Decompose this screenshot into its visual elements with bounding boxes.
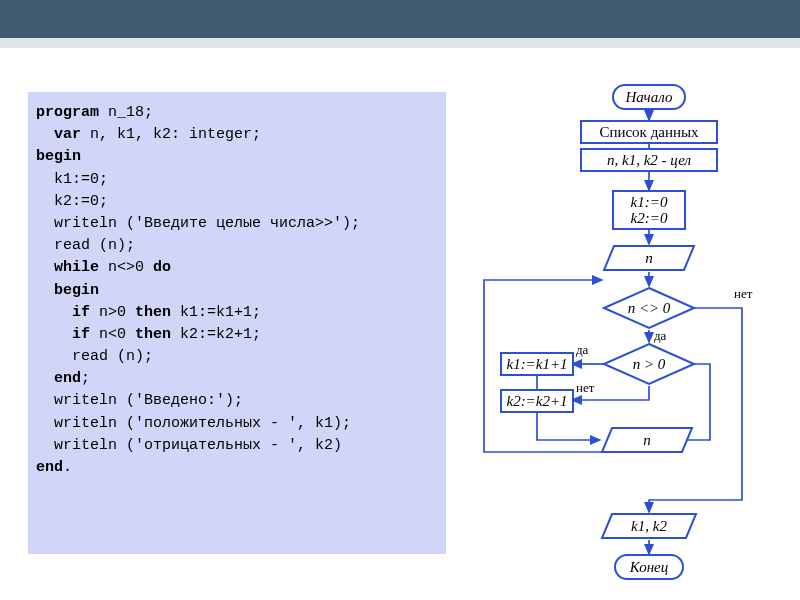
kw-then: then [135, 304, 171, 321]
kw-while: while [36, 259, 99, 276]
code-text: n, k1, k2: integer; [81, 126, 261, 143]
flow-cond-neq0: n <> 0 [602, 286, 696, 330]
code-text: ; [81, 370, 90, 387]
flow-read-n2-label: n [643, 432, 651, 449]
kw-end-inner: end [36, 370, 81, 387]
flow-output: k1, k2 [600, 512, 698, 540]
flow-read-n2: n [600, 426, 694, 454]
flow-cond-neq0-label: n <> 0 [628, 300, 671, 317]
flow-read-n: n [602, 244, 696, 272]
flow-assign-k1-label: k1:=k1+1 [506, 356, 567, 373]
flow-datalist-label: Список данных [599, 124, 698, 141]
code-text: writeln ('положительных - ', k1); [36, 415, 351, 432]
code-text: k1:=0; [36, 171, 108, 188]
code-text: writeln ('Введите целые числа>>'); [36, 215, 360, 232]
code-text: writeln ('отрицательных - ', k2) [36, 437, 342, 454]
kw-if: if [36, 304, 90, 321]
code-panel: program n_18; var n, k1, k2: integer; be… [28, 92, 446, 554]
kw-begin: begin [36, 148, 81, 165]
flow-assign-k1: k1:=k1+1 [500, 352, 574, 376]
flow-start-label: Начало [625, 89, 672, 106]
flow-datalist: Список данных [580, 120, 718, 144]
code-text: n<>0 [99, 259, 153, 276]
kw-begin-inner: begin [36, 282, 99, 299]
window-titlebar [0, 0, 800, 38]
code-text: k2:=k2+1; [171, 326, 261, 343]
flowchart: Начало Список данных n, k1, k2 - цел k1:… [452, 80, 797, 590]
kw-program: program [36, 104, 99, 121]
kw-end: end [36, 459, 63, 476]
code-text: . [63, 459, 72, 476]
code-text: n>0 [90, 304, 135, 321]
code-text: writeln ('Введено:'); [36, 392, 243, 409]
flow-init-label: k1:=0 k2:=0 [631, 194, 668, 227]
flow-assign-k2: k2:=k2+1 [500, 389, 574, 413]
flow-start: Начало [612, 84, 686, 110]
flow-cond-gt0-label: n > 0 [633, 356, 666, 373]
flow-end-label: Конец [630, 559, 669, 576]
code-text: n<0 [90, 326, 135, 343]
flow-read-n-label: n [645, 250, 653, 267]
kw-if2: if [36, 326, 90, 343]
kw-then2: then [135, 326, 171, 343]
label-no-2: нет [576, 380, 594, 396]
window-subbar [0, 38, 800, 48]
flow-output-label: k1, k2 [631, 518, 667, 535]
flow-vars-label: n, k1, k2 - цел [607, 152, 691, 169]
label-no-1: нет [734, 286, 752, 302]
code-text: read (n); [36, 237, 135, 254]
code-text: k2:=0; [36, 193, 108, 210]
code-text: read (n); [36, 348, 153, 365]
flow-vars: n, k1, k2 - цел [580, 148, 718, 172]
kw-var: var [36, 126, 81, 143]
flow-cond-gt0: n > 0 [602, 342, 696, 386]
code-text: k1:=k1+1; [171, 304, 261, 321]
flow-end: Конец [614, 554, 684, 580]
code-text: n_18; [99, 104, 153, 121]
label-yes-2: да [576, 342, 588, 358]
flow-assign-k2-label: k2:=k2+1 [506, 393, 567, 410]
kw-do: do [153, 259, 171, 276]
flow-init: k1:=0 k2:=0 [612, 190, 686, 230]
